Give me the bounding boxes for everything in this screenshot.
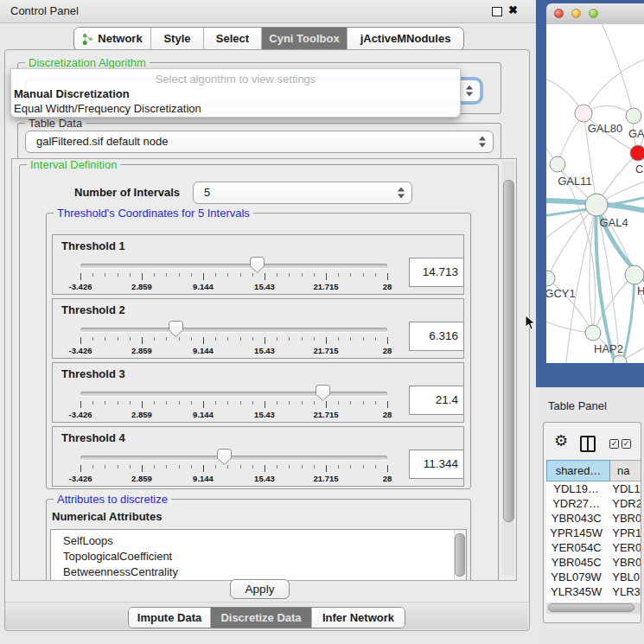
slider-thumb[interactable] bbox=[168, 320, 184, 338]
threshold-value-field[interactable]: 14.713 bbox=[409, 258, 464, 287]
numerical-attributes-list[interactable]: SelfLoopsTopologicalCoefficientBetweenne… bbox=[50, 529, 467, 581]
table-row[interactable]: YBL079WYBL0 bbox=[546, 570, 641, 584]
tick-label: 9.144 bbox=[193, 474, 214, 483]
tab-network[interactable]: Network bbox=[74, 28, 150, 50]
table-hscrollbar-track[interactable] bbox=[546, 603, 641, 614]
attribute-list-item[interactable]: TopologicalCoefficient bbox=[51, 549, 466, 564]
network-node-ga[interactable] bbox=[626, 108, 641, 124]
tick-mark bbox=[191, 273, 192, 277]
network-node-hap2[interactable] bbox=[585, 325, 601, 341]
bottom-tab-discretize-data[interactable]: Discretize Data bbox=[210, 608, 311, 628]
network-canvas[interactable]: GAL80GACGAL11GAL4GCY1HHAP2 bbox=[546, 24, 644, 363]
list-scrollbar-track[interactable] bbox=[454, 530, 466, 581]
number-of-intervals-combobox[interactable]: 5 bbox=[193, 182, 412, 204]
network-node-gal80[interactable] bbox=[575, 105, 592, 122]
numerical-attributes-label: Numerical Attributes bbox=[52, 510, 162, 523]
gear-icon[interactable]: ⚙ bbox=[554, 433, 568, 449]
tick-mark bbox=[302, 337, 303, 341]
settings-scrollbar-thumb[interactable] bbox=[503, 180, 514, 522]
network-node-gal4[interactable] bbox=[585, 194, 608, 216]
threshold-value-field[interactable]: 21.4 bbox=[409, 386, 464, 415]
tick-label: 9.144 bbox=[193, 282, 214, 291]
tick-mark bbox=[302, 401, 303, 405]
slider-thumb[interactable] bbox=[249, 256, 265, 274]
tick-label: 15.43 bbox=[254, 474, 275, 483]
table-data-combobox[interactable]: galFiltered.sif default node bbox=[25, 131, 494, 153]
bottom-tab-infer-network[interactable]: Infer Network bbox=[311, 608, 405, 628]
table-header-shared-name[interactable]: shared… bbox=[546, 460, 610, 481]
table-row[interactable]: YDR27…YDR2 bbox=[546, 496, 641, 511]
network-node-label: GAL11 bbox=[558, 175, 592, 188]
network-node-label: GCY1 bbox=[546, 287, 576, 300]
bottom-tab-label: Impute Data bbox=[137, 609, 201, 627]
close-icon[interactable]: ✖ bbox=[508, 3, 518, 16]
tab-style[interactable]: Style bbox=[150, 28, 203, 50]
threshold-row: Threshold 2-3.4262.8599.14415.4321.71528… bbox=[52, 298, 464, 359]
tick-mark bbox=[227, 273, 228, 277]
checkbox-checked-icon[interactable]: ✓ bbox=[609, 439, 619, 449]
tick-mark bbox=[118, 273, 118, 277]
tick-mark bbox=[289, 401, 290, 405]
cell-name: YER0 bbox=[606, 540, 641, 555]
close-traffic-light-icon[interactable] bbox=[554, 9, 564, 18]
slider-thumb[interactable] bbox=[216, 448, 233, 466]
network-node-gal11[interactable] bbox=[550, 156, 565, 172]
table-row[interactable]: YDL19…YDL1 bbox=[546, 481, 641, 496]
combobox-arrows-icon bbox=[466, 86, 473, 97]
column-layout-icon[interactable] bbox=[580, 436, 596, 452]
tick-mark bbox=[326, 401, 327, 408]
node-table: ⚙ ✓ ✓ shared… na YDL19…YDL1YDR27…YDR2YBR… bbox=[543, 422, 641, 623]
slider-track[interactable] bbox=[80, 456, 387, 460]
table-header-name[interactable]: na bbox=[610, 460, 641, 481]
dropdown-placeholder-item[interactable]: Select algorithm to view settings bbox=[11, 72, 460, 86]
threshold-value-field[interactable]: 6.316 bbox=[409, 322, 464, 351]
table-row[interactable]: YER054CYER0 bbox=[546, 540, 641, 555]
table-row[interactable]: YBR043CYBR0 bbox=[546, 511, 641, 526]
network-edge[interactable] bbox=[598, 24, 634, 116]
table-row[interactable]: YLR345WYLR3 bbox=[546, 584, 641, 599]
application-window: Control Panel ✖ NetworkStyleSelectCyni T… bbox=[0, 0, 644, 644]
tab-select[interactable]: Select bbox=[203, 28, 261, 50]
slider-track[interactable] bbox=[80, 328, 387, 332]
tick-mark bbox=[302, 465, 303, 469]
float-window-icon[interactable] bbox=[492, 7, 502, 16]
tick-label: 21.715 bbox=[313, 282, 338, 291]
tick-mark bbox=[240, 401, 241, 405]
table-row[interactable]: YBR045CYBR0 bbox=[546, 555, 641, 570]
dropdown-option-equal-width-frequency[interactable]: Equal Width/Frequency Discretization bbox=[11, 101, 460, 116]
checkbox-checked-icon[interactable]: ✓ bbox=[622, 439, 631, 449]
attribute-list-item[interactable]: BetweennessCentrality bbox=[51, 564, 466, 580]
tick-label: 21.715 bbox=[313, 410, 338, 419]
network-node-label: H bbox=[637, 284, 644, 297]
slider-track[interactable] bbox=[80, 392, 387, 396]
network-node-h[interactable] bbox=[625, 265, 644, 284]
threshold-label: Threshold 4 bbox=[61, 431, 125, 444]
table-hscrollbar-thumb[interactable] bbox=[548, 603, 634, 612]
apply-button[interactable]: Apply bbox=[230, 579, 290, 599]
bottom-tab-impute-data[interactable]: Impute Data bbox=[129, 608, 210, 628]
algorithm-dropdown-popup: Select algorithm to view settings Manual… bbox=[10, 68, 461, 118]
network-node-c[interactable] bbox=[630, 145, 644, 161]
threshold-value-field[interactable]: 11.344 bbox=[409, 450, 464, 479]
thresholds-group: Threshold's Coordinates for 5 Intervals … bbox=[46, 213, 471, 489]
tab-jactivemnodules[interactable]: jActiveMNodules bbox=[347, 28, 463, 50]
network-edge[interactable] bbox=[583, 57, 644, 113]
tab-cyni-toolbox[interactable]: Cyni Toolbox bbox=[261, 28, 347, 50]
dropdown-option-manual-discretization[interactable]: Manual Discretization bbox=[11, 86, 460, 101]
attribute-list-item[interactable]: SelfLoops bbox=[51, 533, 466, 549]
table-row[interactable]: YPR145WYPR1 bbox=[546, 526, 641, 540]
tick-mark bbox=[289, 337, 290, 341]
threshold-row: Threshold 4-3.4262.8599.14415.4321.71528… bbox=[52, 426, 464, 487]
settings-scrollbar-track[interactable] bbox=[502, 161, 514, 576]
tick-label: 2.859 bbox=[131, 410, 152, 419]
minimize-traffic-light-icon[interactable] bbox=[571, 9, 581, 18]
cell-name: YBR0 bbox=[606, 555, 641, 570]
slider-track[interactable] bbox=[80, 264, 387, 268]
table-panel: Table Panel ⚙ ✓ ✓ shared… na YDL19…YDL1Y… bbox=[536, 387, 644, 644]
slider-thumb[interactable] bbox=[315, 384, 331, 402]
tick-mark bbox=[215, 337, 216, 341]
list-scrollbar-thumb[interactable] bbox=[455, 533, 465, 577]
mouse-cursor bbox=[525, 315, 536, 331]
tick-mark bbox=[80, 401, 81, 408]
zoom-traffic-light-icon[interactable] bbox=[589, 9, 598, 18]
